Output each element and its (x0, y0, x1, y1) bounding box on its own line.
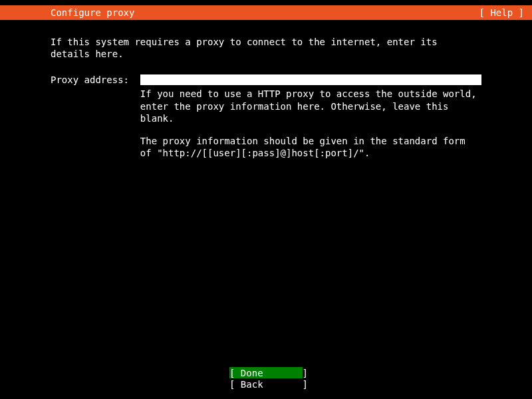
proxy-address-label: Proxy address: (51, 74, 140, 85)
form-right-column: If you need to use a HTTP proxy to acces… (140, 74, 481, 159)
proxy-help-text-1: If you need to use a HTTP proxy to acces… (140, 88, 481, 124)
content-area: If this system requires a proxy to conne… (0, 20, 532, 159)
proxy-address-input[interactable] (140, 74, 481, 85)
intro-text: If this system requires a proxy to conne… (51, 36, 481, 60)
top-black-bar (0, 0, 532, 5)
proxy-form-row: Proxy address: If you need to use a HTTP… (51, 74, 481, 159)
proxy-help-text-2: The proxy information should be given in… (140, 135, 481, 159)
back-button[interactable]: [ Back ] (229, 378, 303, 390)
header-bar: Configure proxy [ Help ] (0, 5, 532, 20)
page-title: Configure proxy (51, 7, 134, 18)
done-button[interactable]: [ Done ] (229, 367, 303, 378)
help-button[interactable]: [ Help ] (479, 7, 524, 18)
bottom-buttons: [ Done ] [ Back ] (0, 367, 532, 390)
